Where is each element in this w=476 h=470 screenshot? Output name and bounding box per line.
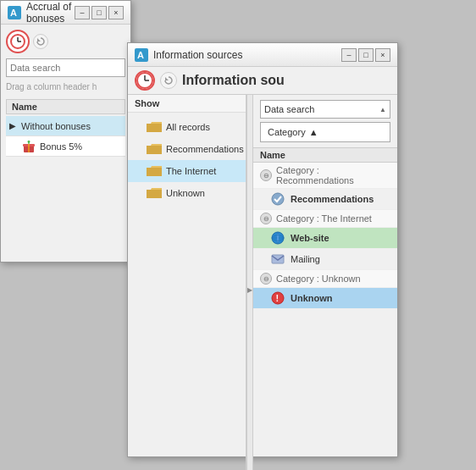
search-dropdown-value: Data search bbox=[264, 104, 314, 114]
tree-item-all-records[interactable]: All records bbox=[128, 116, 246, 138]
data-row-recommendations[interactable]: Recommendations bbox=[253, 189, 397, 210]
information-sources-window: A Information sources – □ × Information … bbox=[127, 42, 398, 457]
app-icon-bonuses: A bbox=[8, 6, 21, 19]
svg-text:!: ! bbox=[276, 293, 280, 303]
accrual-bonuses-window: A Accrual of bonuses – □ × bbox=[0, 0, 131, 263]
tree-item-internet[interactable]: The Internet bbox=[128, 160, 246, 182]
mail-icon bbox=[270, 252, 285, 267]
svg-rect-19 bbox=[272, 255, 284, 263]
bonuses-toolbar bbox=[6, 30, 125, 53]
unknown-text: Unknown bbox=[291, 293, 333, 303]
folder-icon-internet bbox=[147, 165, 162, 177]
refresh-icon-info[interactable] bbox=[160, 72, 177, 89]
svg-point-15 bbox=[272, 193, 284, 205]
splitter[interactable]: ▶ bbox=[246, 95, 253, 470]
expand-unknown[interactable]: ⊖ bbox=[260, 273, 272, 285]
info-secondary-title: Information sou bbox=[182, 73, 285, 88]
globe-icon bbox=[270, 230, 285, 246]
category-row-unknown: ⊖ Category : Unknown bbox=[253, 270, 397, 288]
website-text: Web-site bbox=[291, 233, 329, 243]
search-dropdown[interactable]: Data search ▲ bbox=[260, 100, 390, 119]
category-label-recommendations: Category : Recommendations bbox=[276, 165, 390, 185]
maximize-btn-info[interactable]: □ bbox=[358, 48, 374, 62]
error-icon: ! bbox=[270, 290, 285, 306]
svg-marker-5 bbox=[37, 38, 41, 41]
search-input-bonuses[interactable] bbox=[6, 58, 125, 77]
category-label-unknown: Category : Unknown bbox=[276, 274, 361, 284]
refresh-icon[interactable] bbox=[33, 34, 48, 49]
right-toolbar: Data search ▲ Category ▲ bbox=[253, 95, 397, 148]
data-row-mailing[interactable]: Mailing bbox=[253, 249, 397, 270]
close-btn-info[interactable]: × bbox=[375, 48, 390, 62]
folder-icon-unknown bbox=[147, 187, 162, 199]
tree-text-all-records: All records bbox=[166, 122, 210, 132]
recommendations-text: Recommendations bbox=[291, 194, 374, 204]
data-row-website[interactable]: Web-site bbox=[253, 228, 397, 249]
clock-icon-info bbox=[135, 70, 155, 91]
window-title-bonuses: Accrual of bonuses bbox=[26, 1, 75, 25]
category-btn-label: Category bbox=[268, 127, 306, 137]
svg-text:A: A bbox=[10, 8, 17, 18]
bonuses-content: Drag a column header h Name ▶ Without bo… bbox=[1, 25, 130, 162]
minimize-btn-bonuses[interactable]: – bbox=[75, 6, 90, 19]
title-buttons-info: – □ × bbox=[341, 48, 390, 62]
row-no-arrow bbox=[9, 141, 21, 151]
category-btn-arrow: ▲ bbox=[309, 127, 318, 137]
clock-icon bbox=[6, 30, 30, 53]
svg-marker-14 bbox=[165, 77, 169, 80]
tree-text-recommendations: Recommendations bbox=[166, 144, 244, 154]
bonus5-text: Bonus 5% bbox=[40, 141, 82, 152]
name-column-header-info: Name bbox=[253, 148, 397, 163]
app-icon-info: A bbox=[135, 48, 148, 62]
data-row-unknown[interactable]: ! Unknown bbox=[253, 288, 397, 309]
folder-icon-all bbox=[147, 121, 162, 133]
category-row-internet: ⊖ Category : The Internet bbox=[253, 210, 397, 228]
left-tree-panel: Show All records bbox=[128, 95, 246, 470]
mailing-text: Mailing bbox=[291, 254, 320, 264]
right-data-table: Name ⊖ Category : Recommendations Recomm… bbox=[253, 148, 397, 470]
drag-hint-bonuses: Drag a column header h bbox=[6, 82, 125, 94]
table-row[interactable]: ▶ Without bonuses bbox=[6, 116, 125, 136]
expand-internet[interactable]: ⊖ bbox=[260, 213, 272, 224]
minimize-btn-info[interactable]: – bbox=[341, 48, 357, 62]
title-buttons-bonuses: – □ × bbox=[75, 6, 124, 19]
tree-area: All records Recommendations bbox=[128, 113, 246, 470]
info-main-content: Show All records bbox=[128, 95, 397, 470]
recommendations-icon bbox=[270, 191, 285, 207]
row-arrow-icon: ▶ bbox=[9, 121, 21, 130]
dropdown-arrow-icon: ▲ bbox=[379, 106, 386, 113]
tree-item-unknown[interactable]: Unknown bbox=[128, 182, 246, 204]
info-secondary-toolbar: Information sou bbox=[128, 67, 397, 95]
window-title-info: Information sources bbox=[153, 49, 341, 61]
name-column-header-bonuses: Name bbox=[6, 99, 125, 114]
right-data-panel: Data search ▲ Category ▲ Name ⊖ Category… bbox=[253, 95, 397, 470]
tree-text-internet: The Internet bbox=[166, 166, 216, 176]
category-row-recommendations: ⊖ Category : Recommendations bbox=[253, 163, 397, 189]
close-btn-bonuses[interactable]: × bbox=[108, 6, 124, 19]
category-button[interactable]: Category ▲ bbox=[260, 122, 390, 142]
title-bar-info: A Information sources – □ × bbox=[128, 43, 397, 67]
maximize-btn-bonuses[interactable]: □ bbox=[91, 6, 107, 19]
svg-text:A: A bbox=[137, 50, 144, 60]
without-bonuses-text: Without bonuses bbox=[21, 121, 91, 131]
tree-text-unknown: Unknown bbox=[166, 188, 205, 198]
tree-item-recommendations[interactable]: Recommendations bbox=[128, 138, 246, 160]
title-bar-bonuses: A Accrual of bonuses – □ × bbox=[1, 1, 130, 25]
table-row[interactable]: Bonus 5% bbox=[6, 136, 125, 157]
show-label: Show bbox=[128, 95, 246, 113]
folder-icon-recommendations bbox=[147, 143, 162, 155]
category-label-internet: Category : The Internet bbox=[276, 213, 372, 224]
expand-recommendations[interactable]: ⊖ bbox=[260, 169, 272, 181]
splitter-handle: ▶ bbox=[246, 286, 254, 294]
gift-icon bbox=[21, 139, 36, 154]
